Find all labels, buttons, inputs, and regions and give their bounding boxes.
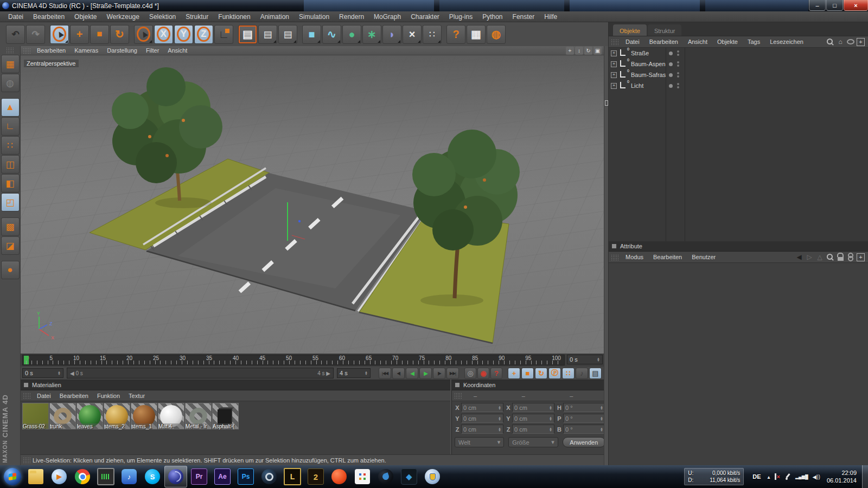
attributes-menu-item[interactable]: Bearbeiten: [648, 254, 687, 260]
pan-view-icon[interactable]: +: [566, 47, 574, 55]
coord-rotation-field[interactable]: 0 °▲▼: [563, 425, 605, 434]
scale-button[interactable]: ■: [90, 25, 109, 44]
net-speed-monitor[interactable]: U:0,000 kbit/s D:11,064 kbit/s: [684, 468, 744, 485]
lock-z-axis-button[interactable]: Z: [194, 25, 213, 44]
object-label[interactable]: Straße: [631, 50, 649, 56]
expand-icon[interactable]: +: [611, 72, 617, 78]
search-icon[interactable]: [826, 37, 834, 46]
panel-grip[interactable]: [23, 48, 31, 54]
panel-grip[interactable]: [611, 39, 620, 45]
media-player-button[interactable]: ▶: [48, 466, 71, 487]
menu-item[interactable]: Bearbeiten: [28, 13, 69, 21]
close-button[interactable]: ×: [844, 0, 868, 11]
rotate-view-icon[interactable]: ↻: [584, 47, 592, 55]
material-item[interactable]: Asphalt-(: [212, 403, 238, 429]
next-key-button[interactable]: |▶: [433, 368, 445, 379]
lotus-app-button[interactable]: ◆: [398, 466, 420, 487]
object-row[interactable]: + Baum-Safras: [609, 69, 868, 80]
photoshop-button[interactable]: Ps: [234, 466, 257, 487]
object-manager-menu-item[interactable]: Objekte: [712, 38, 743, 45]
viewport-menu-item[interactable]: Ansicht: [163, 47, 192, 54]
context-help-button[interactable]: ?: [446, 25, 465, 44]
panel-grip[interactable]: [611, 254, 620, 260]
hidden-icons-arrow[interactable]: ▴: [767, 474, 770, 480]
premiere-button[interactable]: Pr: [188, 466, 210, 487]
online-help-button[interactable]: ◍: [487, 25, 506, 44]
key-pla-toggle[interactable]: ∷: [562, 368, 575, 379]
object-label[interactable]: Baum-Safras: [631, 72, 666, 78]
chrome-button[interactable]: [71, 466, 94, 487]
viewport-menu-item[interactable]: Filter: [142, 47, 163, 54]
add-panel-icon[interactable]: +: [857, 253, 865, 261]
material-item[interactable]: leaves: [76, 403, 103, 429]
view-label[interactable]: Zentralperspektive: [24, 60, 79, 67]
coord-size-field[interactable]: 0 cm▲▼: [512, 403, 554, 412]
add-deformer-button[interactable]: ◗: [382, 25, 401, 44]
end-time-field[interactable]: 4 s▲▼: [337, 368, 371, 378]
panel-grip[interactable]: [454, 393, 463, 399]
app-grid-button[interactable]: [351, 466, 374, 487]
selection-arrow-button[interactable]: ▶: [134, 25, 153, 44]
language-indicator[interactable]: DE: [752, 473, 761, 480]
lock-icon[interactable]: [836, 253, 845, 261]
visibility-dots-icon[interactable]: [677, 72, 679, 78]
time-field[interactable]: 0 s▲▼: [22, 368, 63, 378]
steam-button[interactable]: [258, 466, 280, 487]
add-mograph-button[interactable]: ∗: [362, 25, 381, 44]
object-row[interactable]: + Baum-Aspen: [609, 59, 868, 69]
add-generator-button[interactable]: ●: [342, 25, 361, 44]
visibility-dots-icon[interactable]: [677, 82, 679, 89]
points-mode-button[interactable]: ∷: [1, 136, 20, 155]
layer-dot-icon[interactable]: [669, 62, 673, 66]
search-icon[interactable]: [826, 253, 834, 261]
minimize-button[interactable]: –: [809, 0, 826, 11]
timeline-range-slider[interactable]: ◀ 0 s4 s ▶: [67, 368, 334, 378]
filter-icon[interactable]: [846, 37, 855, 46]
panel-grip[interactable]: [6, 47, 15, 53]
coord-position-field[interactable]: 0 cm▲▼: [461, 414, 503, 423]
security-app-button[interactable]: [421, 466, 444, 487]
goto-end-button[interactable]: ▶▶|: [446, 368, 459, 379]
cinema4d-button[interactable]: [164, 466, 187, 487]
play-backwards-button[interactable]: ◀: [406, 368, 418, 379]
materials-menu-item[interactable]: Textur: [124, 393, 149, 399]
material-item[interactable]: stems_2: [104, 403, 130, 429]
object-list[interactable]: + Straße + Baum-Aspen: [609, 48, 868, 241]
object-axis-mode-button[interactable]: ∟: [1, 117, 20, 136]
coordinate-system-button[interactable]: ∟: [214, 25, 233, 44]
add-spline-button[interactable]: ∿: [322, 25, 341, 44]
manager-tab[interactable]: Struktur: [648, 24, 682, 36]
coord-size-field[interactable]: 0 cm▲▼: [512, 414, 554, 423]
coord-position-field[interactable]: 0 cm▲▼: [461, 425, 503, 434]
move-button[interactable]: +: [70, 25, 89, 44]
menu-item[interactable]: MoGraph: [369, 13, 406, 21]
key-parameter-toggle[interactable]: Ⓟ: [548, 368, 561, 379]
add-particles-button[interactable]: ∷: [423, 25, 442, 44]
rotate-button[interactable]: ↻: [110, 25, 129, 44]
skype-button[interactable]: S: [141, 466, 164, 487]
layout-icon[interactable]: ▦: [1, 55, 20, 73]
undo-icon[interactable]: ↶: [6, 25, 25, 44]
menu-item[interactable]: Animation: [256, 13, 294, 21]
record-disabled-icon[interactable]: ◎: [464, 368, 476, 379]
autokey-sound-toggle[interactable]: ♪: [576, 368, 588, 379]
material-item[interactable]: Grass-02: [22, 403, 48, 429]
coordinates-title-bar[interactable]: Koordinaten: [452, 380, 608, 390]
goto-start-button[interactable]: |◀◀: [379, 368, 391, 379]
pin-object-icon[interactable]: △: [815, 253, 824, 261]
material-item[interactable]: Mat.4: [158, 403, 184, 429]
menu-item[interactable]: Selektion: [144, 13, 181, 21]
materials-menu-item[interactable]: Bearbeiten: [55, 393, 93, 399]
maximize-view-icon[interactable]: ▣: [593, 47, 602, 55]
add-ffd-button[interactable]: ×: [403, 25, 422, 44]
live-selection-button[interactable]: ▶: [50, 25, 69, 44]
size-mode-dropdown[interactable]: Größe▾: [508, 437, 558, 447]
key-position-toggle[interactable]: +: [508, 368, 520, 379]
viewport-canvas[interactable]: Zentralperspektive: [21, 55, 604, 354]
play-forwards-button[interactable]: ▶: [419, 368, 432, 379]
attributes-title-bar[interactable]: Attribute: [609, 241, 868, 252]
clock[interactable]: 22:09 06.01.2014: [827, 469, 857, 484]
expand-icon[interactable]: +: [611, 83, 617, 89]
record-help-button[interactable]: ?: [490, 368, 502, 379]
menu-item[interactable]: Objekte: [69, 13, 101, 21]
